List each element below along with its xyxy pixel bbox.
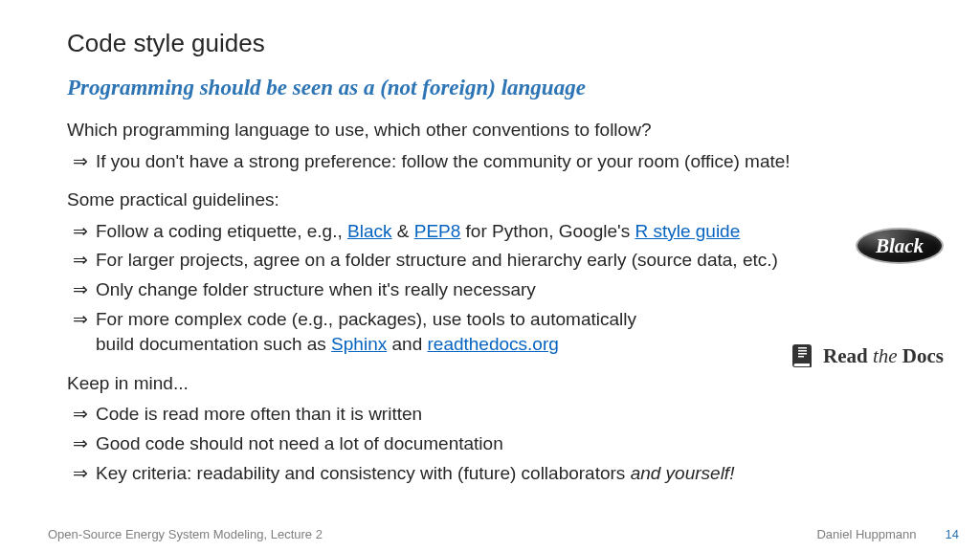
- black-logo: Black: [856, 228, 944, 264]
- bullet-item: Follow a coding etiquette, e.g., Black &…: [67, 219, 913, 245]
- bullet-item: Code is read more often than it is writt…: [67, 402, 913, 428]
- r-style-guide-link[interactable]: R style guide: [635, 221, 740, 241]
- bullet-item: If you don't have a strong preference: f…: [67, 149, 913, 175]
- pep8-link[interactable]: PEP8: [414, 221, 461, 241]
- bullet-item: Key criteria: readability and consistenc…: [67, 461, 913, 487]
- slide-footer: Open-Source Energy System Modeling, Lect…: [0, 527, 980, 541]
- book-icon: [792, 342, 815, 369]
- bullet-item: For more complex code (e.g., packages), …: [67, 307, 913, 358]
- section-lead: Some practical guidelines:: [67, 187, 913, 213]
- section-lead: Which programming language to use, which…: [67, 118, 913, 143]
- black-link[interactable]: Black: [347, 221, 391, 241]
- page-number: 14: [946, 527, 959, 541]
- svg-rect-1: [798, 350, 807, 352]
- svg-rect-0: [798, 347, 807, 349]
- bullet-item: For larger projects, agree on a folder s…: [67, 248, 913, 274]
- bullet-item: Good code should not need a lot of docum…: [67, 431, 913, 457]
- slide-subtitle: Programming should be seen as a (not for…: [67, 76, 913, 100]
- slide-title: Code style guides: [67, 29, 913, 58]
- readthedocs-logo: Read the Docs: [792, 342, 944, 369]
- footer-author: Daniel Huppmann: [816, 527, 916, 541]
- footer-left: Open-Source Energy System Modeling, Lect…: [48, 527, 323, 541]
- section-lead: Keep in mind...: [67, 371, 913, 397]
- readthedocs-link[interactable]: readthedocs.org: [427, 334, 558, 354]
- svg-rect-3: [798, 356, 804, 358]
- svg-rect-2: [798, 353, 807, 355]
- sphinx-link[interactable]: Sphinx: [331, 334, 387, 354]
- bullet-item: Only change folder structure when it's r…: [67, 277, 913, 303]
